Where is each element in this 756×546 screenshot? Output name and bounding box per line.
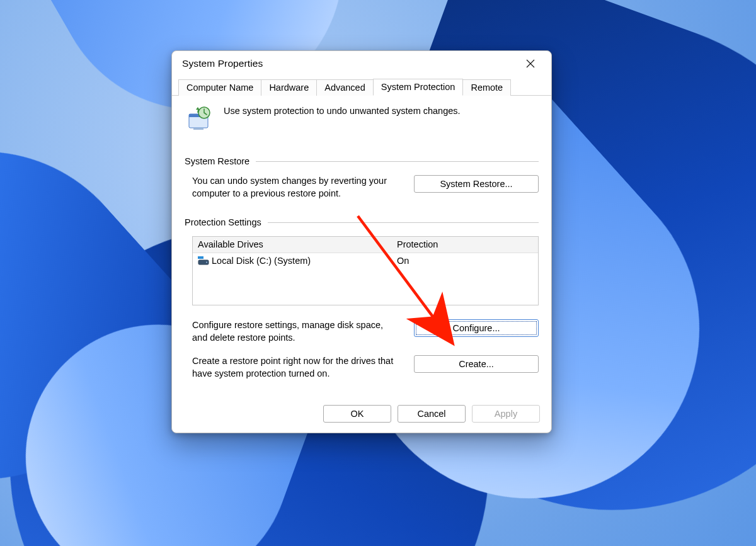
svg-rect-4 [193, 128, 203, 130]
drive-icon [198, 256, 209, 265]
tab-strip: Computer Name Hardware Advanced System P… [172, 76, 551, 96]
intro-row: Use system protection to undo unwanted s… [185, 105, 539, 135]
col-protection: Protection [392, 237, 538, 253]
svg-rect-12 [198, 256, 200, 258]
table-header: Available Drives Protection [193, 237, 538, 253]
svg-point-8 [206, 262, 207, 263]
dialog-footer: OK Cancel Apply [172, 400, 551, 433]
cancel-button[interactable]: Cancel [398, 405, 466, 423]
table-row[interactable]: Local Disk (C:) (System) On [193, 253, 538, 269]
ok-button[interactable]: OK [323, 405, 391, 423]
apply-button[interactable]: Apply [472, 405, 540, 423]
system-protection-icon [185, 105, 215, 135]
section-system-restore: System Restore [185, 156, 539, 166]
section-heading: System Restore [185, 156, 256, 166]
svg-marker-6 [196, 107, 200, 110]
tab-hardware[interactable]: Hardware [261, 79, 317, 96]
tab-advanced[interactable]: Advanced [316, 79, 374, 96]
restore-description: You can undo system changes by reverting… [192, 175, 398, 200]
system-properties-dialog: System Properties Computer Name Hardware… [171, 50, 552, 433]
create-button[interactable]: Create... [414, 355, 539, 373]
tab-remote[interactable]: Remote [462, 79, 511, 96]
close-icon [526, 59, 535, 68]
tab-system-protection[interactable]: System Protection [373, 79, 464, 96]
create-description: Create a restore point right now for the… [192, 355, 398, 380]
tab-computer-name[interactable]: Computer Name [178, 79, 261, 96]
tab-content: Use system protection to undo unwanted s… [172, 96, 551, 400]
close-button[interactable] [516, 54, 545, 73]
section-protection-settings: Protection Settings [185, 217, 539, 227]
system-restore-button[interactable]: System Restore... [414, 175, 539, 193]
drive-name: Local Disk (C:) (System) [212, 256, 311, 266]
section-heading: Protection Settings [185, 217, 268, 227]
titlebar: System Properties [172, 51, 551, 76]
col-available-drives: Available Drives [193, 237, 392, 253]
intro-text: Use system protection to undo unwanted s… [224, 105, 461, 116]
configure-description: Configure restore settings, manage disk … [192, 319, 398, 344]
configure-button[interactable]: Configure... [414, 319, 539, 337]
drive-protection: On [392, 253, 538, 269]
svg-rect-13 [200, 256, 202, 258]
window-title: System Properties [182, 58, 516, 69]
drives-table[interactable]: Available Drives Protection Local Disk (… [192, 236, 539, 305]
